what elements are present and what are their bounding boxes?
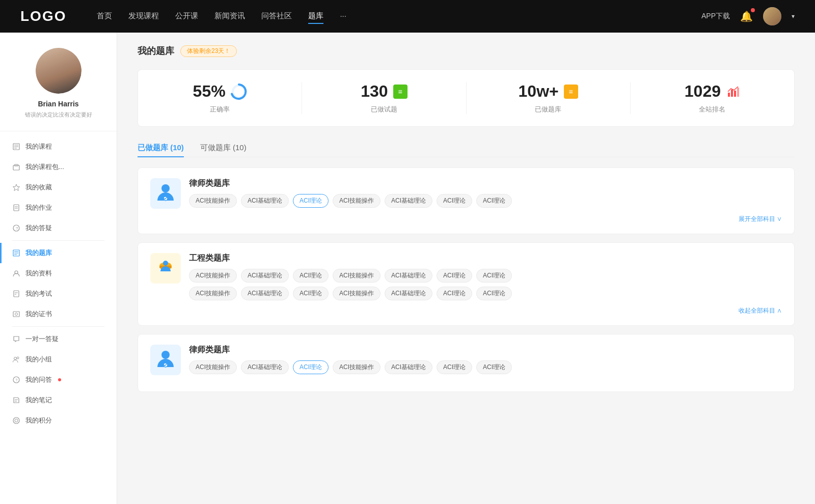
qb-card-body: 律师类题库 ACI技能操作 ACI基础理论 ACI理论 ACI技能操作 ACI基… bbox=[189, 178, 782, 208]
sidebar: Brian Harris 错误的决定比没有决定要好 我的课程 我的课程包... bbox=[0, 33, 117, 504]
tag-item[interactable]: ACI技能操作 bbox=[333, 360, 381, 374]
layout: Brian Harris 错误的决定比没有决定要好 我的课程 我的课程包... bbox=[0, 33, 815, 504]
sidebar-item-label: 我的课程包... bbox=[25, 162, 64, 172]
tag-item-active[interactable]: ACI理论 bbox=[293, 360, 329, 374]
sidebar-item-one-on-one[interactable]: 一对一答疑 bbox=[0, 329, 117, 349]
stat-value-row: 55% bbox=[148, 82, 291, 101]
avatar-chevron-icon[interactable]: ▾ bbox=[792, 13, 795, 20]
sidebar-item-course-package[interactable]: 我的课程包... bbox=[0, 157, 117, 177]
tag-item[interactable]: ACI基础理论 bbox=[385, 287, 432, 300]
tag-item[interactable]: ACI技能操作 bbox=[333, 269, 381, 283]
sidebar-username: Brian Harris bbox=[10, 100, 106, 108]
tag-item[interactable]: ACI理论 bbox=[476, 269, 512, 283]
svg-point-29 bbox=[15, 419, 18, 422]
tag-item[interactable]: ACI理论 bbox=[437, 194, 472, 208]
stat-ranking: 1029 全站排名 bbox=[631, 82, 794, 114]
chart-icon bbox=[726, 85, 740, 99]
tag-item[interactable]: ACI技能操作 bbox=[333, 194, 381, 208]
nav-discover[interactable]: 发现课程 bbox=[128, 9, 159, 24]
sidebar-item-favorites[interactable]: 我的收藏 bbox=[0, 177, 117, 198]
notification-bell[interactable]: 🔔 bbox=[740, 10, 753, 22]
accuracy-value: 55% bbox=[193, 82, 226, 101]
yellow-doc-icon: ≡ bbox=[564, 85, 578, 99]
sidebar-item-notes[interactable]: 我的笔记 bbox=[0, 390, 117, 410]
sidebar-item-exam[interactable]: 我的考试 bbox=[0, 284, 117, 304]
tag-item[interactable]: ACI技能操作 bbox=[189, 287, 237, 300]
sidebar-item-my-course[interactable]: 我的课程 bbox=[0, 136, 117, 157]
accuracy-pie-chart bbox=[231, 83, 247, 100]
tag-item[interactable]: ACI基础理论 bbox=[385, 269, 432, 283]
tag-item[interactable]: ACI理论 bbox=[437, 269, 472, 283]
course-icon bbox=[12, 143, 20, 151]
tag-item[interactable]: ACI理论 bbox=[437, 287, 472, 300]
sidebar-item-label: 一对一答疑 bbox=[25, 334, 59, 344]
sidebar-item-homework[interactable]: 我的作业 bbox=[0, 198, 117, 218]
sidebar-item-group[interactable]: 我的小组 bbox=[0, 349, 117, 370]
tag-item[interactable]: ACI理论 bbox=[293, 269, 329, 283]
sidebar-item-certificate[interactable]: 我的证书 bbox=[0, 304, 117, 324]
tag-item-active[interactable]: ACI理论 bbox=[293, 194, 329, 208]
qb-title: 律师类题库 bbox=[189, 178, 782, 189]
navbar: LOGO 首页 发现课程 公开课 新闻资讯 问答社区 题库 ··· APP下载 … bbox=[0, 0, 815, 33]
nav-question-bank[interactable]: 题库 bbox=[308, 9, 323, 24]
avatar-image bbox=[36, 48, 82, 94]
tag-item[interactable]: ACI基础理论 bbox=[385, 360, 432, 374]
sidebar-item-label: 我的问答 bbox=[25, 375, 52, 384]
tag-item[interactable]: ACI技能操作 bbox=[189, 194, 237, 208]
group-icon bbox=[12, 355, 20, 363]
app-download[interactable]: APP下载 bbox=[701, 12, 730, 21]
tag-item[interactable]: ACI理论 bbox=[476, 360, 512, 374]
qb-avatar-lawyer-2 bbox=[150, 345, 181, 375]
qb-avatar-engineer bbox=[150, 253, 181, 284]
qb-card-header: 律师类题库 ACI技能操作 ACI基础理论 ACI理论 ACI技能操作 ACI基… bbox=[150, 178, 782, 209]
user-avatar[interactable] bbox=[763, 7, 781, 25]
main-content: 我的题库 体验剩余23天！ 55% 正确率 130 bbox=[117, 33, 815, 504]
collapse-button[interactable]: 收起全部科目 ∧ bbox=[150, 306, 782, 315]
nav-more[interactable]: ··· bbox=[340, 9, 346, 24]
tag-item[interactable]: ACI技能操作 bbox=[189, 360, 237, 374]
profile-avatar bbox=[36, 48, 82, 94]
course-package-icon bbox=[12, 163, 20, 171]
nav-home[interactable]: 首页 bbox=[97, 9, 112, 24]
svg-point-22 bbox=[14, 357, 17, 360]
qb-avatar-lawyer bbox=[150, 178, 181, 209]
qb-card-lawyer-2: 律师类题库 ACI技能操作 ACI基础理论 ACI理论 ACI技能操作 ACI基… bbox=[138, 334, 795, 392]
sidebar-item-question-bank[interactable]: 我的题库 bbox=[0, 243, 117, 263]
sidebar-motto: 错误的决定比没有决定要好 bbox=[10, 111, 106, 119]
qb-tags: ACI技能操作 ACI基础理论 ACI理论 ACI技能操作 ACI基础理论 AC… bbox=[189, 194, 782, 208]
tag-item[interactable]: ACI技能操作 bbox=[333, 287, 381, 300]
exam-icon bbox=[12, 290, 20, 298]
tag-item[interactable]: ACI基础理论 bbox=[241, 360, 289, 374]
tag-item[interactable]: ACI基础理论 bbox=[241, 287, 289, 300]
tag-item[interactable]: ACI基础理论 bbox=[241, 194, 289, 208]
tag-item[interactable]: ACI理论 bbox=[476, 194, 512, 208]
tag-item[interactable]: ACI理论 bbox=[437, 360, 472, 374]
tag-item[interactable]: ACI技能操作 bbox=[189, 269, 237, 283]
page-header: 我的题库 体验剩余23天！ bbox=[138, 45, 795, 57]
svg-rect-34 bbox=[734, 91, 736, 97]
tag-item[interactable]: ACI理论 bbox=[476, 287, 512, 300]
avatar-image bbox=[763, 7, 781, 25]
sidebar-item-my-qa[interactable]: ? 我的问答 bbox=[0, 370, 117, 390]
logo[interactable]: LOGO bbox=[20, 8, 66, 24]
sidebar-item-label: 我的收藏 bbox=[25, 183, 52, 192]
page-title: 我的题库 bbox=[138, 45, 174, 57]
sidebar-item-questions[interactable]: ? 我的答疑 bbox=[0, 218, 117, 238]
svg-point-36 bbox=[161, 184, 170, 192]
sidebar-item-label: 我的课程 bbox=[25, 142, 52, 151]
tag-item[interactable]: ACI基础理论 bbox=[241, 269, 289, 283]
svg-rect-7 bbox=[14, 205, 19, 211]
accuracy-label: 正确率 bbox=[148, 105, 291, 114]
expand-button[interactable]: 展开全部科目 ∨ bbox=[150, 215, 782, 223]
ranking-label: 全站排名 bbox=[641, 105, 784, 114]
tab-available-banks[interactable]: 可做题库 (10) bbox=[200, 139, 247, 157]
tag-item[interactable]: ACI基础理论 bbox=[385, 194, 432, 208]
sidebar-item-points[interactable]: 我的积分 bbox=[0, 410, 117, 431]
tag-item[interactable]: ACI理论 bbox=[293, 287, 329, 300]
nav-news[interactable]: 新闻资讯 bbox=[214, 9, 245, 24]
tab-done-banks[interactable]: 已做题库 (10) bbox=[138, 139, 184, 157]
nav-open-course[interactable]: 公开课 bbox=[175, 9, 198, 24]
sidebar-item-profile[interactable]: 我的资料 bbox=[0, 263, 117, 284]
qb-tags: ACI技能操作 ACI基础理论 ACI理论 ACI技能操作 ACI基础理论 AC… bbox=[189, 360, 782, 374]
nav-qa[interactable]: 问答社区 bbox=[261, 9, 292, 24]
